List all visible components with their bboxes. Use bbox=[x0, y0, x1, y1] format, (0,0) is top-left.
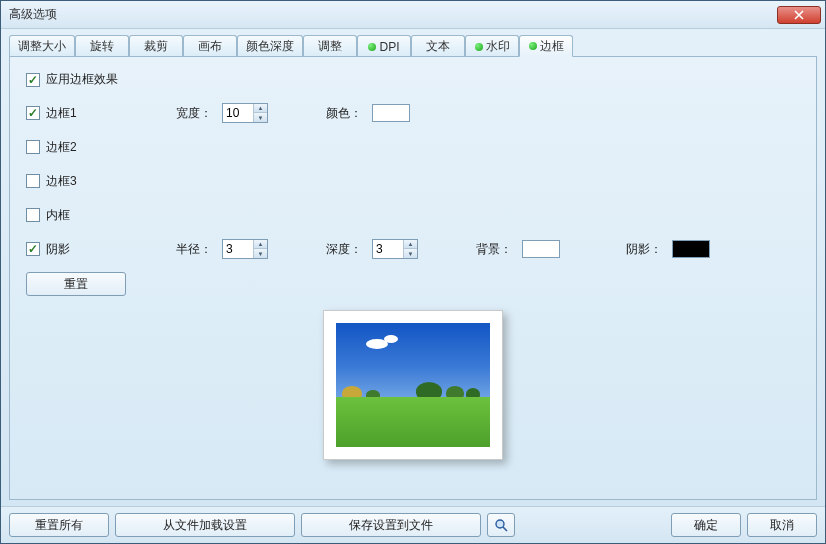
bg-color-picker[interactable] bbox=[522, 240, 560, 258]
border2-label: 边框2 bbox=[46, 139, 77, 156]
tab-canvas[interactable]: 画布 bbox=[183, 35, 237, 57]
shadow-label: 阴影 bbox=[46, 241, 70, 258]
shadow-row: 阴影 半径： ▲▼ 深度： ▲▼ bbox=[26, 238, 800, 260]
radius-spinner[interactable]: ▲▼ bbox=[222, 239, 268, 259]
preview-image bbox=[336, 323, 490, 447]
border3-checkbox[interactable] bbox=[26, 174, 40, 188]
depth-up[interactable]: ▲ bbox=[404, 240, 417, 249]
width-spinner[interactable]: ▲▼ bbox=[222, 103, 268, 123]
border1-row: 边框1 宽度： ▲▼ 颜色： bbox=[26, 102, 800, 124]
preview-grass bbox=[336, 397, 490, 447]
tab-crop[interactable]: 裁剪 bbox=[129, 35, 183, 57]
border2-row: 边框2 bbox=[26, 136, 800, 158]
border2-checkbox[interactable] bbox=[26, 140, 40, 154]
color-picker[interactable] bbox=[372, 104, 410, 122]
preview-cloud bbox=[384, 335, 398, 343]
tab-panel-border: 应用边框效果 边框1 宽度： ▲▼ bbox=[9, 56, 817, 500]
tab-rotate[interactable]: 旋转 bbox=[75, 35, 129, 57]
depth-down[interactable]: ▼ bbox=[404, 249, 417, 258]
tab-text[interactable]: 文本 bbox=[411, 35, 465, 57]
window-title: 高级选项 bbox=[9, 6, 777, 23]
active-dot-icon bbox=[475, 43, 483, 51]
content-area: 调整大小 旋转 裁剪 画布 颜色深度 调整 DPI 文本 水印 边框 应用边框效… bbox=[1, 29, 825, 506]
preview-frame bbox=[323, 310, 503, 460]
close-icon bbox=[793, 10, 805, 20]
close-button[interactable] bbox=[777, 6, 821, 24]
radius-up[interactable]: ▲ bbox=[254, 240, 267, 249]
width-input[interactable] bbox=[223, 104, 253, 122]
svg-line-1 bbox=[503, 527, 507, 531]
active-dot-icon bbox=[368, 43, 376, 51]
tab-color-depth[interactable]: 颜色深度 bbox=[237, 35, 303, 57]
depth-label: 深度： bbox=[326, 241, 366, 258]
preview-zoom-button[interactable] bbox=[487, 513, 515, 537]
dialog-window: 高级选项 调整大小 旋转 裁剪 画布 颜色深度 调整 DPI 文本 水印 边框 … bbox=[0, 0, 826, 544]
border3-row: 边框3 bbox=[26, 170, 800, 192]
width-up[interactable]: ▲ bbox=[254, 104, 267, 113]
ok-button[interactable]: 确定 bbox=[671, 513, 741, 537]
inner-label: 内框 bbox=[46, 207, 70, 224]
active-dot-icon bbox=[529, 42, 537, 50]
options-area: 边框1 宽度： ▲▼ 颜色： bbox=[26, 102, 800, 296]
tab-dpi[interactable]: DPI bbox=[357, 35, 411, 57]
radius-down[interactable]: ▼ bbox=[254, 249, 267, 258]
inner-row: 内框 bbox=[26, 204, 800, 226]
magnifier-icon bbox=[494, 518, 508, 532]
reset-row: 重置 bbox=[26, 272, 800, 296]
shadow-color-label: 阴影： bbox=[626, 241, 666, 258]
tab-resize[interactable]: 调整大小 bbox=[9, 35, 75, 57]
width-label: 宽度： bbox=[176, 105, 216, 122]
apply-checkbox[interactable] bbox=[26, 73, 40, 87]
tabstrip: 调整大小 旋转 裁剪 画布 颜色深度 调整 DPI 文本 水印 边框 bbox=[9, 35, 817, 57]
color-label: 颜色： bbox=[326, 105, 366, 122]
tab-border[interactable]: 边框 bbox=[519, 35, 573, 57]
depth-spinner[interactable]: ▲▼ bbox=[372, 239, 418, 259]
border1-label: 边框1 bbox=[46, 105, 77, 122]
tab-adjust[interactable]: 调整 bbox=[303, 35, 357, 57]
radius-input[interactable] bbox=[223, 240, 253, 258]
titlebar: 高级选项 bbox=[1, 1, 825, 29]
save-to-file-button[interactable]: 保存设置到文件 bbox=[301, 513, 481, 537]
border1-checkbox[interactable] bbox=[26, 106, 40, 120]
bottom-toolbar: 重置所有 从文件加载设置 保存设置到文件 确定 取消 bbox=[1, 506, 825, 543]
inner-checkbox[interactable] bbox=[26, 208, 40, 222]
radius-label: 半径： bbox=[176, 241, 216, 258]
bg-label: 背景： bbox=[476, 241, 516, 258]
load-from-file-button[interactable]: 从文件加载设置 bbox=[115, 513, 295, 537]
preview-area bbox=[26, 310, 800, 460]
apply-row: 应用边框效果 bbox=[26, 71, 800, 88]
border3-label: 边框3 bbox=[46, 173, 77, 190]
tab-watermark[interactable]: 水印 bbox=[465, 35, 519, 57]
reset-button[interactable]: 重置 bbox=[26, 272, 126, 296]
apply-label: 应用边框效果 bbox=[46, 71, 118, 88]
shadow-checkbox[interactable] bbox=[26, 242, 40, 256]
shadow-color-picker[interactable] bbox=[672, 240, 710, 258]
depth-input[interactable] bbox=[373, 240, 403, 258]
cancel-button[interactable]: 取消 bbox=[747, 513, 817, 537]
reset-all-button[interactable]: 重置所有 bbox=[9, 513, 109, 537]
width-down[interactable]: ▼ bbox=[254, 113, 267, 122]
svg-point-0 bbox=[496, 520, 504, 528]
